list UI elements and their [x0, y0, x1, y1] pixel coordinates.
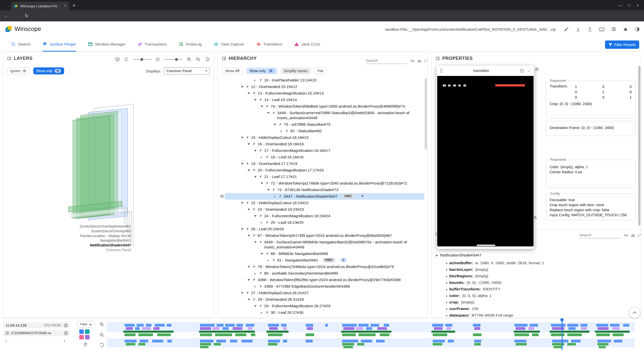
hierarchy-search-input[interactable] — [366, 57, 407, 64]
tree-node[interactable]: 3447 - NotificationShade#3447HWCV — [218, 193, 424, 200]
timeline-event-segment[interactable] — [473, 324, 480, 327]
timeline-event-segment[interactable] — [447, 327, 451, 330]
tree-node[interactable]: 12 - OneHanded:15:15#12 — [218, 83, 424, 90]
attachment-icon[interactable] — [83, 342, 87, 347]
expand-arrow-icon[interactable] — [248, 209, 250, 210]
expand-arrow-icon[interactable] — [261, 253, 263, 255]
rotation-icon[interactable] — [124, 57, 129, 62]
timeline-event-segment[interactable] — [581, 327, 587, 330]
nav-tab-search[interactable]: Search — [11, 37, 30, 52]
tree-node[interactable]: 27 - HideDisplayCutout:26:31#27 — [218, 290, 424, 296]
pin-icon[interactable] — [265, 311, 269, 314]
layer-label[interactable]: NavigationBar0#81 — [3, 238, 131, 242]
tab-close-icon[interactable]: × — [64, 4, 66, 8]
reset-view-icon[interactable] — [205, 57, 210, 62]
tree-node[interactable]: 82 - StatusBar#82 — [218, 128, 424, 134]
3d-view-icon[interactable] — [115, 57, 120, 62]
tree-node[interactable]: 13 - FullscreenMagnification:15:15#13 — [218, 90, 424, 97]
zoom-out-icon[interactable] — [196, 57, 201, 62]
pan-right-icon[interactable]: › — [64, 338, 65, 343]
timeline-event-segment[interactable] — [530, 324, 538, 327]
timeline-event-segment[interactable] — [474, 343, 481, 345]
pin-icon[interactable] — [278, 195, 282, 198]
timeline-event-segment[interactable] — [307, 327, 313, 330]
timeline-event-segment[interactable] — [550, 331, 589, 333]
timeline-event-segment[interactable] — [432, 324, 443, 327]
timeline-event-segment[interactable] — [567, 333, 582, 336]
timeline-event-segment[interactable] — [361, 340, 372, 342]
properties-search-input[interactable] — [579, 232, 621, 238]
nav-tab-surface-flinger[interactable]: Surface Flinger — [43, 37, 76, 52]
tree-node[interactable]: 72 - WindowToken{a2746de type=2040 andro… — [218, 180, 424, 187]
timeline-event-segment[interactable] — [200, 346, 209, 348]
expand-arrow-icon[interactable] — [254, 99, 257, 101]
pin-icon[interactable] — [259, 304, 262, 308]
timeline-event-segment[interactable] — [146, 324, 151, 327]
timeline-event-segment[interactable] — [613, 327, 620, 330]
timeline-event-segment[interactable] — [233, 327, 242, 330]
expand-arrow-icon[interactable] — [241, 137, 244, 139]
pin-icon[interactable] — [252, 234, 256, 237]
regex-icon[interactable]: (.*) — [638, 233, 641, 237]
timeline-event-segment[interactable] — [571, 340, 581, 342]
expand-arrow-icon[interactable] — [241, 228, 244, 230]
timeline-event-segment[interactable] — [358, 333, 376, 336]
tree-node[interactable]: 3368 - WindowToken{f6b2f60 type=2024 and… — [218, 277, 424, 283]
rotation-slider[interactable] — [133, 59, 151, 60]
timeline-event-segment[interactable] — [341, 331, 391, 333]
timeline-event-segment[interactable] — [266, 331, 289, 333]
copy-icon[interactable] — [64, 324, 68, 327]
tree-node[interactable]: 23 - OneHanded:18:23#23 — [218, 206, 424, 213]
timeline-event-segment[interactable] — [123, 331, 174, 333]
edit-icon[interactable] — [564, 27, 569, 32]
layer-label[interactable]: NotificationShade#3447 — [3, 243, 131, 247]
expand-arrow-icon[interactable] — [267, 189, 270, 191]
trace-type-icon-transactions[interactable] — [85, 329, 90, 334]
browser-reload-icon[interactable]: ↻ — [25, 13, 29, 19]
timeline-event-segment[interactable] — [343, 346, 353, 348]
show-only-button[interactable]: Show only V — [33, 67, 64, 74]
expand-arrow-icon[interactable] — [241, 292, 244, 294]
panel-dock-icon[interactable] — [435, 56, 440, 61]
timeline-event-segment[interactable] — [268, 333, 283, 336]
pin-icon[interactable] — [259, 98, 262, 102]
timeline-event-segment[interactable] — [433, 340, 445, 342]
tree-node[interactable]: 29 - FullscreenMagnification:26:27#29 — [218, 303, 424, 309]
properties-node-row[interactable]: NotificationShade#3447 — [435, 253, 481, 257]
timeline-event-segment[interactable] — [433, 333, 447, 336]
timeline-event-segment[interactable] — [514, 331, 540, 333]
timeline-event-segment[interactable] — [445, 324, 452, 327]
timeline-event-segment[interactable] — [217, 324, 224, 327]
pin-icon[interactable] — [252, 168, 256, 172]
timeline-event-segment[interactable] — [623, 324, 629, 327]
layer-label[interactable]: ScreenDecorOverlay#60 — [3, 229, 131, 233]
regex-icon[interactable]: (.*) — [424, 59, 428, 63]
pin-icon[interactable] — [272, 111, 275, 115]
timeline-event-segment[interactable] — [281, 324, 287, 327]
timeline-event-segment[interactable] — [596, 324, 608, 327]
expand-arrow-icon[interactable] — [267, 112, 270, 114]
timeline-event-segment[interactable] — [514, 340, 527, 342]
timeline-event-segment[interactable] — [377, 327, 387, 330]
pin-icon[interactable] — [252, 278, 256, 282]
copy-icon[interactable] — [64, 331, 68, 335]
timeline-event-segment[interactable] — [126, 327, 133, 330]
tree-node[interactable]: 17 - FullscreenMagnification:16:16#17 — [218, 147, 424, 154]
browser-tab[interactable]: Winscope | sandbox-FAI × — [11, 2, 69, 10]
timeline-event-segment[interactable] — [358, 324, 369, 327]
timeline-event-segment[interactable] — [138, 333, 153, 336]
tree-node[interactable]: 73 - 8736138 NotificationShade#73 — [218, 187, 424, 193]
visibility-eye-icon[interactable] — [220, 195, 224, 198]
window-close-icon[interactable]: × — [633, 3, 642, 7]
expand-arrow-icon[interactable] — [241, 163, 244, 165]
expand-arrow-icon[interactable] — [248, 169, 250, 171]
keyboard-shortcuts-icon[interactable] — [599, 27, 605, 32]
pin-icon[interactable] — [246, 227, 249, 231]
expand-arrow-icon[interactable] — [248, 93, 250, 94]
property-row[interactable]: barrierLayer:[empty] — [431, 267, 641, 273]
timeline-event-segment[interactable] — [433, 343, 442, 345]
timeline-event-segment[interactable] — [216, 340, 226, 342]
window-minimize-icon[interactable]: — — [616, 3, 625, 7]
timeline-event-segment[interactable] — [199, 331, 255, 333]
pin-icon[interactable] — [265, 221, 269, 224]
